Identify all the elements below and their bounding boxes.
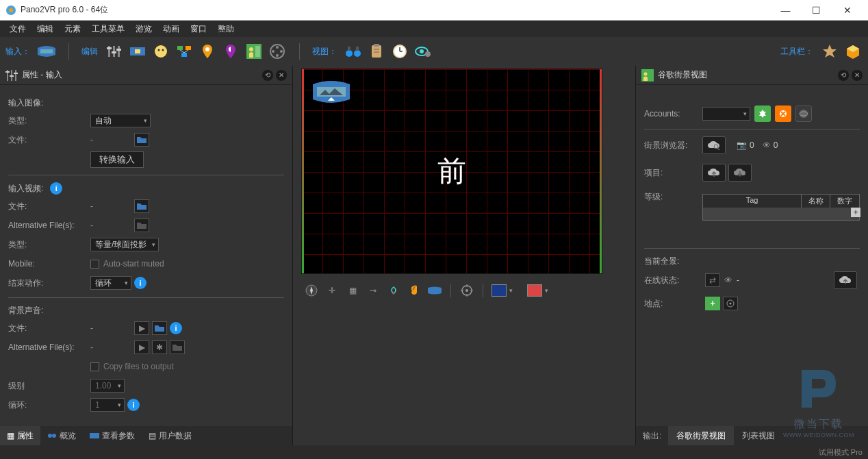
color-blue-picker[interactable]: [492, 284, 507, 297]
menu-edit[interactable]: 编辑: [31, 23, 59, 35]
svg-point-11: [155, 45, 167, 58]
video-browse-button[interactable]: [134, 199, 149, 213]
wifi-icon[interactable]: [386, 283, 401, 298]
right-popout-button[interactable]: ⟲: [838, 70, 849, 81]
menu-help[interactable]: 整助: [212, 23, 240, 35]
info-icon-2[interactable]: i: [134, 277, 146, 289]
cloud-search-button[interactable]: [702, 136, 726, 154]
end-action-select[interactable]: 循环: [90, 276, 131, 290]
convert-input-button[interactable]: 转换输入: [90, 151, 144, 168]
account-remove-button[interactable]: [775, 106, 791, 122]
key-icon[interactable]: ⊸: [366, 283, 381, 298]
svg-rect-2: [40, 49, 53, 53]
box-tool-icon[interactable]: [843, 42, 863, 61]
link-button[interactable]: ⇄: [705, 273, 720, 287]
maximize-button[interactable]: ☐: [801, 1, 832, 20]
face-icon[interactable]: [151, 42, 170, 61]
streetview-panel: 谷歌街景视图 ⟲ ✕ Accounts: 街景浏览器: 📷 0 👁 0: [635, 66, 868, 445]
menu-window[interactable]: 窗口: [185, 23, 212, 35]
reel-icon[interactable]: [268, 42, 287, 61]
account-globe-button[interactable]: [795, 106, 812, 122]
table-row[interactable]: +: [703, 208, 859, 220]
autostart-checkbox[interactable]: [90, 260, 99, 269]
svg-rect-22: [255, 46, 260, 57]
clipboard-icon[interactable]: [367, 42, 386, 61]
svg-point-73: [730, 303, 732, 305]
visibility-icon[interactable]: 👁: [724, 275, 732, 285]
sound-browse-button[interactable]: [152, 321, 167, 335]
sound-pin-icon[interactable]: [221, 42, 240, 61]
loop-input[interactable]: 1: [90, 398, 125, 412]
gear-button[interactable]: ✱: [152, 340, 167, 354]
camera-icon: 📷: [737, 140, 747, 150]
info-icon[interactable]: i: [50, 182, 62, 195]
copy-files-checkbox[interactable]: [90, 362, 99, 371]
account-ok-button[interactable]: [754, 106, 771, 122]
clock-icon[interactable]: [390, 42, 409, 61]
alt-browse-button[interactable]: [134, 219, 149, 232]
level-input[interactable]: 1.00: [90, 379, 125, 393]
info-icon-4[interactable]: i: [127, 399, 140, 411]
svg-rect-10: [135, 49, 140, 53]
color-red-picker[interactable]: [527, 284, 542, 297]
play-button-2[interactable]: ▶: [134, 340, 149, 354]
cloud-upload-button[interactable]: [702, 164, 726, 182]
minimize-button[interactable]: —: [770, 1, 801, 20]
svg-point-19: [205, 47, 209, 51]
svg-rect-15: [186, 46, 191, 50]
info-icon-3[interactable]: i: [170, 322, 182, 334]
cloud-sync-button[interactable]: [834, 271, 857, 289]
menu-animation[interactable]: 动画: [157, 23, 185, 35]
menu-file[interactable]: 文件: [4, 23, 31, 35]
panel-title: 属性 - 输入: [22, 69, 259, 81]
type-select[interactable]: 自动: [90, 114, 151, 127]
menu-tour[interactable]: 游览: [130, 23, 157, 35]
tab-overview[interactable]: 概览: [40, 426, 83, 445]
play-button[interactable]: ▶: [134, 321, 149, 335]
accounts-select[interactable]: [702, 107, 750, 121]
sound-alt-value: -: [90, 343, 131, 352]
add-row-button[interactable]: +: [851, 208, 860, 217]
eye-gear-icon[interactable]: [413, 42, 433, 61]
hand-icon[interactable]: [407, 283, 422, 298]
star-tool-icon[interactable]: [820, 42, 839, 61]
right-close-button[interactable]: ✕: [852, 70, 863, 81]
binoculars-icon[interactable]: [344, 42, 363, 61]
grid-icon[interactable]: ▦: [345, 283, 360, 298]
sound-alt-browse[interactable]: [170, 340, 185, 354]
location-target-button[interactable]: [723, 297, 738, 310]
cloud-download-button[interactable]: [728, 164, 752, 182]
tab-properties[interactable]: ▦ 属性: [0, 426, 40, 445]
viewer-toolbar: ✛ ▦ ⊸: [301, 280, 627, 301]
sliders-panel-icon: [5, 69, 18, 82]
close-button[interactable]: ✕: [832, 1, 863, 20]
patch-icon[interactable]: [128, 42, 147, 61]
project-label: 项目:: [644, 167, 702, 179]
crosshair-icon[interactable]: ✛: [324, 283, 340, 298]
col-tag: Tag: [703, 195, 802, 208]
tab-params[interactable]: 查看参数: [83, 426, 142, 445]
panel-popout-button[interactable]: ⟲: [262, 70, 273, 81]
file-browse-button[interactable]: [134, 133, 149, 147]
menu-tools[interactable]: 工具菜单: [86, 23, 130, 35]
panel-close-button[interactable]: ✕: [276, 70, 287, 81]
streetview-icon[interactable]: [244, 42, 264, 61]
svg-line-18: [184, 50, 188, 53]
compass-icon[interactable]: [304, 283, 319, 298]
pano-mini-icon[interactable]: [427, 283, 442, 298]
tab-streetview[interactable]: 谷歌街景视图: [668, 426, 734, 445]
sliders-icon[interactable]: [105, 42, 124, 61]
projection-select[interactable]: 等量/球面投影: [90, 238, 159, 251]
toolbar-view-label: 视图：: [312, 46, 337, 58]
tab-listview[interactable]: 列表视图: [734, 426, 783, 445]
pano-input-icon[interactable]: [37, 42, 56, 61]
pin-icon[interactable]: [198, 42, 217, 61]
panorama-viewer[interactable]: 前: [301, 69, 602, 274]
hotspot-icon[interactable]: [175, 42, 194, 61]
main-toolbar: 输入： 编辑 视图： 工具栏：: [0, 37, 868, 66]
window-title: Pano2VR pro 6.0 - 64位: [21, 4, 770, 16]
menu-elements[interactable]: 元素: [59, 23, 86, 35]
target-icon[interactable]: [459, 283, 474, 298]
add-location-button[interactable]: +: [705, 297, 720, 310]
tab-userdata[interactable]: ▤ 用户数据: [142, 426, 199, 445]
